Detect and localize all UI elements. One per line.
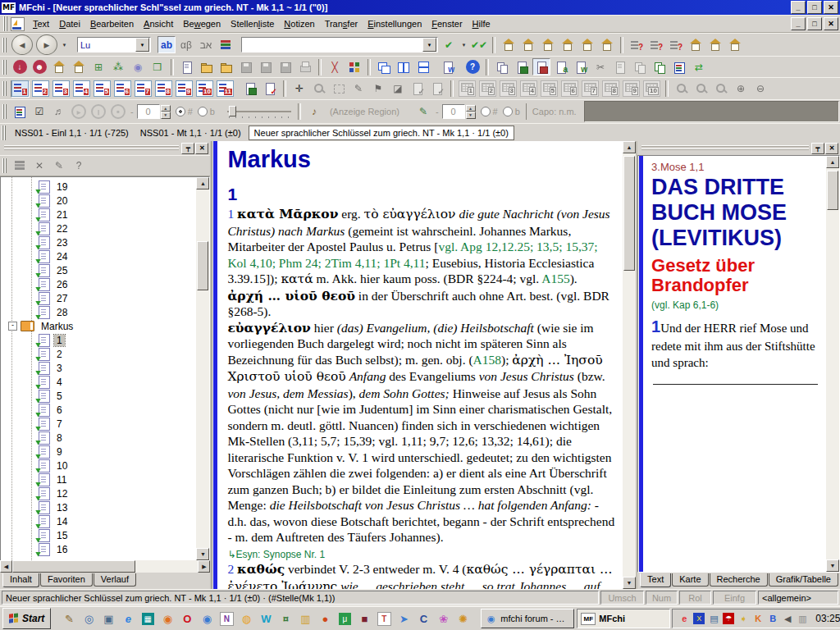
latin-text-button[interactable]: ab bbox=[158, 36, 176, 53]
tree-hscrollbar[interactable]: ◀ ▶ bbox=[0, 560, 210, 573]
user-profile-button[interactable]: ☻ bbox=[30, 58, 48, 75]
onenote-shortcut[interactable]: N bbox=[217, 609, 236, 628]
document-tab[interactable]: NSS01 - Einl 1,1 · 1/1 (-725) bbox=[9, 126, 135, 140]
menu-bewegen[interactable]: Bewegen bbox=[178, 17, 226, 30]
save-in-folder-button[interactable] bbox=[217, 58, 235, 75]
transpose-spinner-down[interactable]: ▼ bbox=[161, 112, 171, 119]
structure-button[interactable]: ⊞ bbox=[89, 58, 107, 75]
expander-icon[interactable]: - bbox=[8, 322, 17, 331]
menu-bearbeiten[interactable]: Bearbeiten bbox=[85, 17, 139, 30]
volume-tray-icon[interactable]: ◀ bbox=[781, 612, 794, 625]
task-mfchi[interactable]: MFMFchi bbox=[577, 609, 670, 628]
menu-stellenliste[interactable]: Stellenliste bbox=[226, 17, 279, 30]
word-viewer-shortcut[interactable]: W bbox=[256, 609, 276, 628]
tree-item-27[interactable]: 27 bbox=[1, 291, 196, 305]
sidebar-titlebar[interactable]: ┯✕ bbox=[0, 141, 210, 155]
home-window-2-button[interactable] bbox=[519, 36, 537, 53]
commentary-vscrollbar[interactable]: ▲ ▼ bbox=[623, 141, 636, 589]
tree-scroll-up-button[interactable]: ▲ bbox=[196, 177, 209, 189]
home-group-button[interactable] bbox=[70, 58, 88, 75]
search-shortcut[interactable]: ◎ bbox=[79, 609, 98, 628]
tree-item-28[interactable]: 28 bbox=[1, 305, 196, 319]
parallel-scroll-up-button[interactable]: ▲ bbox=[826, 156, 839, 168]
menu-text[interactable]: Text bbox=[28, 17, 54, 30]
new-document-button[interactable] bbox=[178, 58, 196, 75]
panel-grip[interactable] bbox=[4, 145, 179, 151]
apply-all-button[interactable]: ✔✔ bbox=[470, 36, 488, 53]
tab-favoriten[interactable]: Favoriten bbox=[40, 573, 93, 587]
document-tab[interactable]: Neuer sprachlicher Schlüssel zum griech.… bbox=[249, 126, 514, 140]
tree-item-22[interactable]: 22 bbox=[1, 221, 196, 235]
menu-ansicht[interactable]: Ansicht bbox=[139, 17, 178, 30]
child-minimize-button[interactable]: _ bbox=[791, 17, 806, 30]
document-tab[interactable]: NSS01 - Mt 1,1 · 1/1 (±0) bbox=[135, 126, 247, 140]
apply-button[interactable]: ✔ bbox=[440, 36, 458, 53]
menu-notizen[interactable]: Notizen bbox=[279, 17, 319, 30]
layout-2-button[interactable]: 2 bbox=[31, 80, 50, 98]
parallel-vscrollbar[interactable]: ▲ ▼ bbox=[826, 156, 839, 572]
tree-item-10[interactable]: 10 bbox=[1, 459, 196, 472]
transpose-input[interactable]: 0 bbox=[137, 104, 160, 119]
start-button[interactable]: Start bbox=[2, 608, 51, 629]
t-doc-shortcut[interactable]: T bbox=[374, 609, 394, 628]
toolbar-grip[interactable] bbox=[2, 38, 7, 52]
copy-reference-button[interactable] bbox=[651, 58, 669, 75]
layout-4-button[interactable]: 4 bbox=[72, 80, 91, 98]
remote-desktop-shortcut[interactable]: ▣ bbox=[98, 609, 118, 628]
browser-orange-shortcut[interactable]: ● bbox=[315, 609, 335, 628]
receive-text-button[interactable]: ↓ bbox=[11, 58, 29, 75]
close-button[interactable]: ✕ bbox=[824, 1, 838, 14]
currency-shortcut[interactable]: ¤ bbox=[276, 609, 295, 628]
toolbar-grip[interactable] bbox=[2, 104, 7, 119]
capo-spinner-up[interactable]: ▲ bbox=[466, 105, 476, 112]
tree-item-6[interactable]: 6 bbox=[1, 403, 196, 417]
tile-vertical-button[interactable] bbox=[395, 58, 413, 75]
mu-shortcut[interactable]: μ bbox=[335, 609, 354, 628]
chords-button[interactable]: ♪ bbox=[305, 103, 323, 121]
commentary-scroll-down-button[interactable]: ▼ bbox=[623, 577, 636, 589]
tree-item-7[interactable]: 7 bbox=[1, 417, 196, 431]
ebay-tray-icon[interactable]: e bbox=[678, 612, 691, 625]
copy-word-button[interactable] bbox=[572, 58, 590, 75]
home-import-button[interactable] bbox=[50, 58, 68, 75]
network-tray-icon[interactable]: ▤ bbox=[707, 612, 720, 625]
tree-item-15[interactable]: 15 bbox=[1, 528, 196, 542]
c64-shortcut[interactable]: C bbox=[413, 609, 433, 628]
transpose-spinner[interactable]: ▲▼ bbox=[161, 105, 171, 119]
layout-6-button[interactable]: 6 bbox=[113, 80, 132, 98]
tab-verlauf[interactable]: Verlauf bbox=[94, 573, 136, 587]
tree-item-24[interactable]: 24 bbox=[1, 249, 196, 263]
word-doc-button[interactable] bbox=[439, 58, 457, 75]
panel-grip[interactable] bbox=[641, 145, 809, 151]
tree-item-2[interactable]: 2 bbox=[1, 347, 196, 361]
tree-item-3[interactable]: 3 bbox=[1, 361, 196, 375]
tree-scroll-down-button[interactable]: ▼ bbox=[196, 548, 209, 560]
home-window-5-button[interactable] bbox=[578, 36, 596, 53]
tree-item-16[interactable]: 16 bbox=[1, 542, 196, 556]
tempo-slider[interactable] bbox=[227, 105, 291, 118]
cascade-windows-button[interactable] bbox=[375, 58, 393, 75]
help-button[interactable]: ? bbox=[463, 58, 482, 75]
reference-combo-arrow[interactable]: ▼ bbox=[422, 38, 436, 52]
commentary-scroll-up-button[interactable]: ▲ bbox=[623, 141, 636, 153]
tree-item-20[interactable]: 20 bbox=[1, 194, 196, 208]
wallet-shortcut[interactable]: ▥ bbox=[295, 609, 315, 628]
layout-10-button[interactable]: 10 bbox=[195, 80, 214, 98]
translation-combo[interactable]: Lu▼ bbox=[77, 37, 151, 52]
tree-item-1[interactable]: 1 bbox=[1, 333, 196, 347]
home-window-4-button[interactable] bbox=[559, 36, 577, 53]
menu-datei[interactable]: Datei bbox=[54, 17, 85, 30]
pin-button[interactable]: ┯ bbox=[811, 143, 824, 154]
copy-table-button[interactable] bbox=[513, 58, 531, 75]
layout-5-button[interactable]: 5 bbox=[93, 80, 112, 98]
playlist-button[interactable] bbox=[11, 103, 29, 121]
tree-item-25[interactable]: 25 bbox=[1, 263, 196, 277]
layout-8-button[interactable]: 8 bbox=[154, 80, 173, 98]
tree-item-8[interactable]: 8 bbox=[1, 431, 196, 445]
menu-einstellungen[interactable]: Einstellungen bbox=[363, 17, 427, 30]
device-tray-icon[interactable]: ▥ bbox=[796, 612, 809, 625]
k-suite-tray-icon[interactable]: K bbox=[751, 612, 765, 625]
tab-grafiktabelle[interactable]: Grafik/Tabelle bbox=[769, 573, 838, 587]
home-window-9-button[interactable] bbox=[726, 36, 744, 53]
notes-shortcut[interactable]: ✎ bbox=[59, 609, 79, 628]
